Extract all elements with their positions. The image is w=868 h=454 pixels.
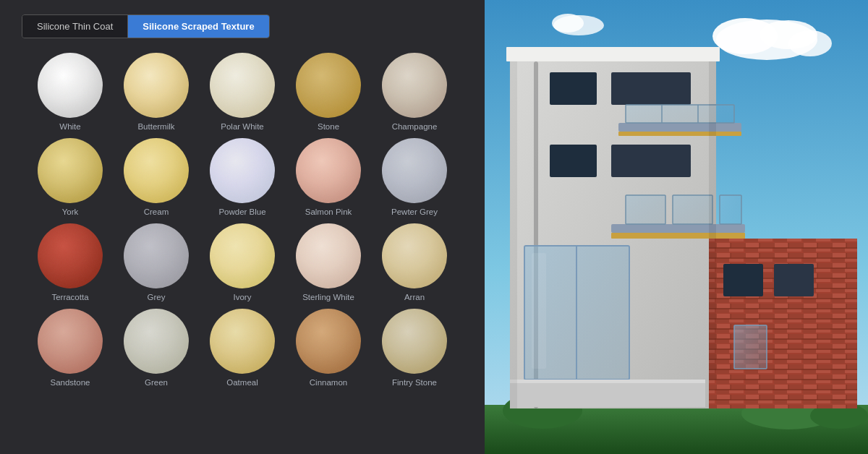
color-item-grey[interactable]: Grey xyxy=(115,223,197,301)
color-item-polar-white[interactable]: Polar White xyxy=(201,53,284,131)
color-item-fintry-stone[interactable]: Fintry Stone xyxy=(373,309,456,387)
svg-rect-32 xyxy=(626,195,665,224)
color-grid: WhiteButtermilkPolar WhiteStoneChampagne… xyxy=(22,53,463,387)
color-circle-sterling-white xyxy=(296,223,361,288)
svg-rect-39 xyxy=(618,132,741,136)
left-panel: Silicone Thin Coat Silicone Scraped Text… xyxy=(0,0,485,454)
color-circle-green xyxy=(124,309,189,374)
color-circle-oatmeal xyxy=(210,309,275,374)
svg-rect-25 xyxy=(611,145,691,177)
color-circle-buttermilk xyxy=(124,53,189,118)
color-item-cream[interactable]: Cream xyxy=(115,138,197,216)
color-label-stone: Stone xyxy=(318,122,339,131)
svg-point-13 xyxy=(552,14,584,33)
svg-rect-22 xyxy=(550,72,597,105)
svg-rect-24 xyxy=(550,145,597,177)
color-circle-arran xyxy=(382,223,447,288)
svg-rect-30 xyxy=(611,224,745,233)
color-circle-sandstone xyxy=(38,309,103,374)
color-item-terracotta[interactable]: Terracotta xyxy=(29,223,111,301)
color-label-pewter-grey: Pewter Grey xyxy=(391,207,438,216)
color-circle-polar-white xyxy=(210,53,275,118)
color-circle-terracotta xyxy=(38,223,103,288)
tab-thin-coat[interactable]: Silicone Thin Coat xyxy=(22,15,128,38)
svg-rect-33 xyxy=(673,195,712,224)
color-label-oatmeal: Oatmeal xyxy=(226,378,258,387)
svg-rect-46 xyxy=(774,264,814,296)
color-item-pewter-grey[interactable]: Pewter Grey xyxy=(373,138,456,216)
color-label-green: Green xyxy=(145,378,168,387)
color-label-salmon-pink: Salmon Pink xyxy=(305,207,352,216)
color-label-cinnamon: Cinnamon xyxy=(310,378,347,387)
color-circle-stone xyxy=(296,53,361,118)
color-circle-white xyxy=(38,53,103,118)
svg-rect-23 xyxy=(611,72,691,105)
color-item-sandstone[interactable]: Sandstone xyxy=(29,309,111,387)
color-label-arran: Arran xyxy=(404,293,425,301)
color-item-champagne[interactable]: Champagne xyxy=(373,53,456,131)
main-container: Silicone Thin Coat Silicone Scraped Text… xyxy=(0,0,868,454)
svg-rect-31 xyxy=(611,233,745,239)
color-item-cinnamon[interactable]: Cinnamon xyxy=(287,309,370,387)
tab-scraped-texture[interactable]: Silicone Scraped Texture xyxy=(128,15,268,38)
svg-rect-49 xyxy=(510,380,705,407)
color-item-buttermilk[interactable]: Buttermilk xyxy=(115,53,197,131)
color-item-ivory[interactable]: Ivory xyxy=(201,223,284,301)
building-image xyxy=(485,0,868,454)
svg-rect-50 xyxy=(510,380,705,383)
color-item-oatmeal[interactable]: Oatmeal xyxy=(201,309,284,387)
color-circle-cream xyxy=(124,138,189,203)
color-circle-cinnamon xyxy=(296,309,361,374)
color-item-white[interactable]: White xyxy=(29,53,111,131)
color-item-arran[interactable]: Arran xyxy=(373,223,456,301)
svg-rect-52 xyxy=(709,61,716,380)
color-label-ivory: Ivory xyxy=(234,293,252,301)
building-svg xyxy=(485,0,868,454)
color-circle-fintry-stone xyxy=(382,309,447,374)
color-label-grey: Grey xyxy=(148,293,166,301)
color-label-powder-blue: Powder Blue xyxy=(218,207,265,216)
color-label-champagne: Champagne xyxy=(392,122,438,131)
color-item-york[interactable]: York xyxy=(29,138,111,216)
color-label-white: White xyxy=(59,122,80,131)
color-circle-pewter-grey xyxy=(382,138,447,203)
color-label-terracotta: Terracotta xyxy=(51,293,88,301)
color-circle-york xyxy=(38,138,103,203)
tabs-container: Silicone Thin Coat Silicone Scraped Text… xyxy=(22,14,270,38)
color-circle-powder-blue xyxy=(210,138,275,203)
svg-rect-29 xyxy=(532,253,546,369)
color-label-york: York xyxy=(62,207,79,216)
color-item-powder-blue[interactable]: Powder Blue xyxy=(201,138,284,216)
color-label-sandstone: Sandstone xyxy=(51,378,90,387)
svg-rect-38 xyxy=(618,123,741,132)
color-circle-ivory xyxy=(210,223,275,288)
color-label-buttermilk: Buttermilk xyxy=(137,122,174,131)
color-label-polar-white: Polar White xyxy=(221,122,263,131)
color-item-stone[interactable]: Stone xyxy=(287,53,370,131)
right-panel xyxy=(485,0,868,454)
color-circle-salmon-pink xyxy=(296,138,361,203)
svg-rect-51 xyxy=(510,61,517,408)
svg-rect-45 xyxy=(723,264,763,296)
color-item-sterling-white[interactable]: Sterling White xyxy=(287,223,370,301)
color-label-fintry-stone: Fintry Stone xyxy=(392,378,437,387)
color-item-green[interactable]: Green xyxy=(115,309,197,387)
svg-rect-40 xyxy=(626,105,734,123)
color-label-cream: Cream xyxy=(144,207,169,216)
svg-rect-18 xyxy=(506,47,720,61)
color-item-salmon-pink[interactable]: Salmon Pink xyxy=(287,138,370,216)
color-circle-champagne xyxy=(382,53,447,118)
color-label-sterling-white: Sterling White xyxy=(302,293,354,301)
color-circle-grey xyxy=(124,223,189,288)
svg-point-11 xyxy=(788,30,832,56)
svg-rect-34 xyxy=(720,195,741,224)
svg-rect-47 xyxy=(734,325,767,369)
